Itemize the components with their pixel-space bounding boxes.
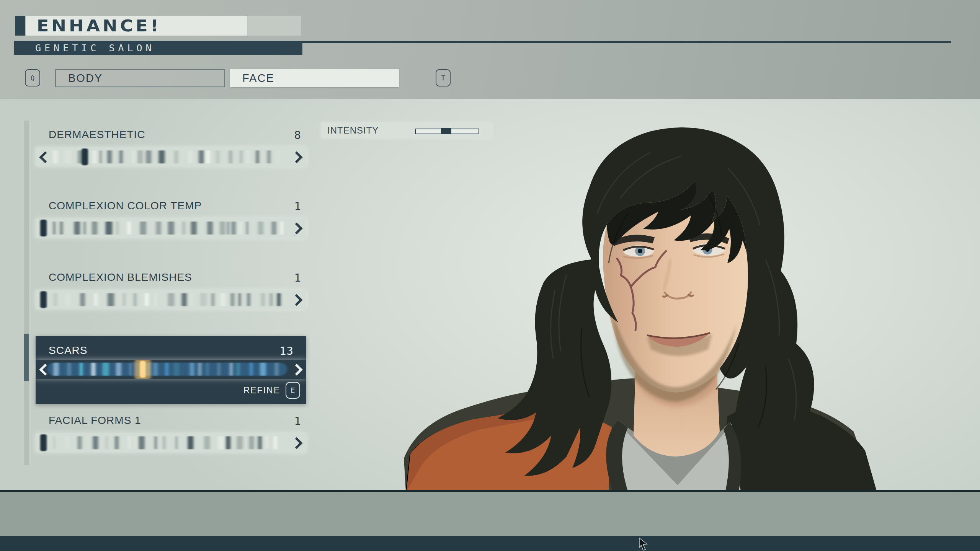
slider-label: FACIAL FORMS 1	[49, 414, 141, 427]
gel-barcode	[36, 290, 306, 309]
slider-value: 1	[294, 200, 301, 213]
tab-next-key-label: T	[441, 74, 445, 82]
gel-barcode	[36, 218, 306, 238]
logo-accent-bar	[15, 16, 25, 36]
slider-facial-forms[interactable]	[36, 433, 306, 452]
subtitle-text: GENETIC SALON	[35, 42, 155, 54]
footer-bar: EMPLOYEE NUMBER: 190514-2009140512 CHANG…	[0, 492, 980, 536]
gel-barcode	[36, 433, 306, 452]
bottom-letterbox	[0, 536, 980, 551]
slider-value: 13	[279, 344, 294, 357]
intensity-label: INTENSITY	[327, 125, 379, 136]
slider-row-header: DERMAESTHETIC 8	[49, 129, 301, 142]
refine-control[interactable]: REFINE E	[243, 382, 300, 399]
panel-scrollbar-thumb[interactable]	[24, 334, 29, 381]
refine-label: REFINE	[243, 385, 280, 396]
logo-box: ENHANCE!	[26, 16, 247, 36]
gel-barcode-active	[36, 360, 306, 379]
tab-next-key-badge[interactable]: T	[436, 69, 451, 86]
app-logo: ENHANCE!	[37, 16, 161, 35]
intensity-slider-track[interactable]	[415, 129, 479, 134]
logo-extension	[247, 16, 301, 36]
slider-label: COMPLEXION COLOR TEMP	[49, 200, 202, 213]
slider-label: DERMAESTHETIC	[49, 129, 145, 142]
tab-prev-key-label: Q	[31, 74, 34, 82]
mouse-cursor	[638, 537, 649, 551]
slider-value: 1	[294, 414, 301, 427]
intensity-control: INTENSITY	[321, 122, 492, 138]
tab-face-label: FACE	[242, 72, 274, 85]
slider-complexion-blemishes[interactable]	[36, 290, 306, 309]
tab-face[interactable]: FACE	[230, 69, 399, 87]
slider-row-header: SCARS 13	[49, 344, 294, 357]
refine-key-label: E	[291, 386, 295, 395]
slider-dermaesthetic[interactable]	[36, 147, 306, 166]
slider-label: SCARS	[49, 344, 87, 357]
slider-value: 8	[294, 129, 301, 142]
slider-scars-track[interactable]	[36, 360, 306, 379]
slider-label: COMPLEXION BLEMISHES	[49, 271, 192, 284]
slider-scars-selected[interactable]: SCARS 13 REFINE E	[36, 336, 306, 404]
gel-barcode	[36, 147, 306, 166]
slider-value: 1	[294, 271, 301, 284]
slider-row-header: COMPLEXION COLOR TEMP 1	[49, 200, 301, 213]
slider-complexion-color-temp[interactable]	[36, 218, 306, 238]
intensity-slider-thumb[interactable]	[441, 128, 451, 134]
refine-key-badge: E	[286, 382, 300, 399]
panel-scrollbar-track[interactable]	[24, 121, 29, 465]
tab-body[interactable]: BODY	[55, 69, 225, 87]
slider-row-header: COMPLEXION BLEMISHES 1	[49, 271, 301, 284]
header-divider-line	[302, 41, 951, 43]
slider-row-header: FACIAL FORMS 1 1	[49, 414, 301, 427]
subtitle-bar: GENETIC SALON	[14, 41, 302, 55]
genetic-salon-screen: ENHANCE! GENETIC SALON Q BODY FACE T	[0, 0, 980, 551]
tab-prev-key-badge[interactable]: Q	[25, 69, 40, 86]
tab-body-label: BODY	[68, 72, 103, 85]
character-portrait	[383, 99, 919, 491]
